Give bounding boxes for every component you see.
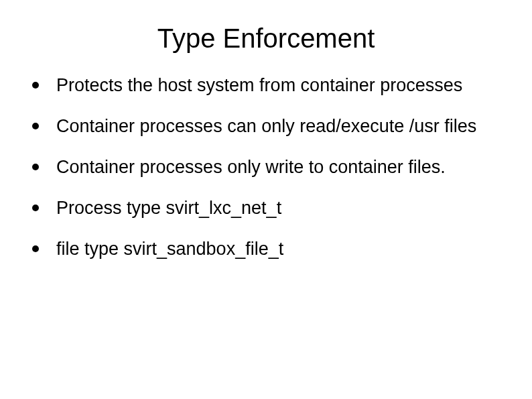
page-title: Type Enforcement: [27, 23, 505, 54]
bullet-icon: [32, 245, 39, 252]
list-item: file type svirt_sandbox_file_t: [32, 237, 505, 261]
bullet-icon: [32, 205, 39, 211]
bullet-icon: [32, 164, 39, 170]
bullet-icon: [32, 82, 39, 89]
list-item: Container processes only write to contai…: [32, 156, 505, 179]
bullet-text: Process type svirt_lxc_net_t: [56, 196, 505, 220]
bullet-text: Container processes only write to contai…: [56, 156, 505, 179]
bullet-text: Protects the host system from container …: [56, 74, 505, 97]
bullet-text: file type svirt_sandbox_file_t: [56, 237, 505, 261]
list-item: Protects the host system from container …: [32, 74, 505, 97]
list-item: Process type svirt_lxc_net_t: [32, 196, 505, 220]
bullet-list: Protects the host system from container …: [27, 74, 505, 261]
bullet-text: Container processes can only read/execut…: [56, 115, 505, 138]
bullet-icon: [32, 123, 39, 129]
list-item: Container processes can only read/execut…: [32, 115, 505, 138]
